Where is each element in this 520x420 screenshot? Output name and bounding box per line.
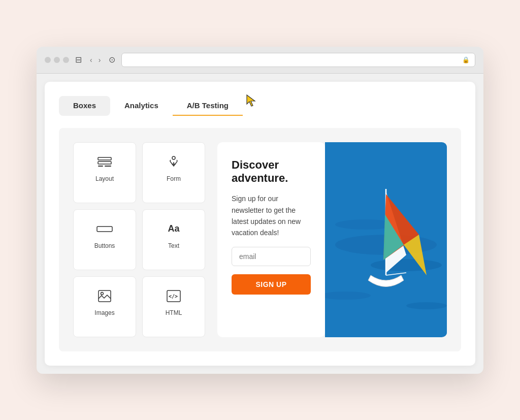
dot-green bbox=[63, 57, 69, 63]
signup-card: Discover adventure. Sign up for our news… bbox=[217, 142, 325, 337]
block-form[interactable]: Form bbox=[142, 142, 205, 203]
svg-point-18 bbox=[406, 302, 447, 309]
block-html[interactable]: </> HTML bbox=[142, 276, 205, 337]
block-text[interactable]: Aa Text bbox=[142, 209, 205, 270]
browser-toolbar: ⊟ ‹ › ⊙ 🔒 bbox=[37, 47, 483, 74]
svg-rect-3 bbox=[98, 166, 103, 167]
signup-description: Sign up for our newsletter to get the la… bbox=[232, 193, 311, 239]
dot-yellow bbox=[54, 57, 60, 63]
blocks-panel: Layout Form bbox=[73, 142, 205, 337]
cursor-icon bbox=[246, 94, 257, 110]
browser-dots bbox=[45, 57, 69, 63]
signup-button[interactable]: SIGN UP bbox=[232, 274, 311, 295]
address-bar[interactable]: 🔒 bbox=[121, 53, 475, 67]
html-label: HTML bbox=[166, 309, 182, 316]
svg-rect-2 bbox=[98, 161, 111, 164]
block-images[interactable]: Images bbox=[73, 276, 136, 337]
dot-red bbox=[45, 57, 51, 63]
back-button[interactable]: ‹ bbox=[88, 55, 94, 65]
tab-boxes[interactable]: Boxes bbox=[59, 96, 110, 116]
buttons-label: Buttons bbox=[94, 242, 115, 249]
layout-label: Layout bbox=[95, 175, 114, 182]
main-area: Layout Form bbox=[59, 128, 461, 351]
tab-ab-testing[interactable]: A/B Testing bbox=[173, 96, 243, 116]
sailboat-image bbox=[325, 142, 447, 337]
lock-icon: 🔒 bbox=[462, 56, 470, 63]
form-label: Form bbox=[167, 175, 181, 182]
block-buttons[interactable]: Buttons bbox=[73, 209, 136, 270]
svg-marker-0 bbox=[247, 95, 255, 106]
shield-icon: ⊙ bbox=[109, 55, 115, 64]
sidebar-toggle-icon[interactable]: ⊟ bbox=[75, 55, 82, 64]
tab-analytics[interactable]: Analytics bbox=[110, 96, 173, 116]
svg-point-16 bbox=[371, 259, 442, 271]
layout-icon bbox=[98, 153, 112, 171]
email-input[interactable] bbox=[232, 247, 311, 266]
svg-point-10 bbox=[101, 292, 104, 295]
browser-content: Boxes Analytics A/B Testing bbox=[45, 82, 475, 366]
block-layout[interactable]: Layout bbox=[73, 142, 136, 203]
text-label: Text bbox=[168, 242, 179, 249]
buttons-icon bbox=[96, 220, 113, 238]
content-area: Discover adventure. Sign up for our news… bbox=[217, 142, 447, 337]
images-label: Images bbox=[94, 309, 114, 316]
images-icon bbox=[98, 287, 111, 305]
tab-bar: Boxes Analytics A/B Testing bbox=[59, 96, 461, 116]
signup-title: Discover adventure. bbox=[232, 158, 311, 185]
svg-text:</>: </> bbox=[169, 294, 178, 299]
svg-rect-1 bbox=[98, 157, 111, 160]
svg-rect-8 bbox=[97, 227, 112, 232]
svg-rect-9 bbox=[99, 290, 111, 302]
browser-nav: ‹ › bbox=[88, 55, 103, 65]
html-icon: </> bbox=[167, 287, 181, 305]
svg-rect-4 bbox=[105, 166, 111, 167]
svg-point-5 bbox=[172, 156, 175, 159]
browser-window: ⊟ ‹ › ⊙ 🔒 Boxes Analytics A/B Testing bbox=[37, 47, 483, 374]
form-icon bbox=[167, 153, 181, 171]
text-icon: Aa bbox=[168, 220, 179, 238]
forward-button[interactable]: › bbox=[96, 55, 103, 65]
